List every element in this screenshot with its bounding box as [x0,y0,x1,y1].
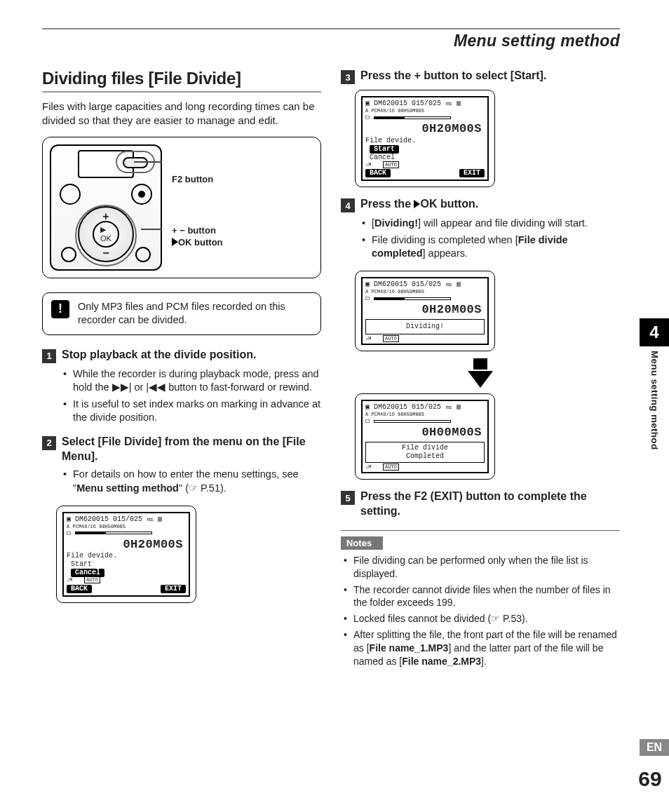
step-4-bullet: [Dividing!] will appear and file dividin… [362,217,620,231]
device-diagram: + ▶OK − F2 button + − button OK button [42,137,321,278]
step-2: 2 Select [File Divide] from the menu on … [42,435,321,464]
f2-button-graphic [123,157,148,168]
step-3: 3 Press the + button to select [Start]. [341,69,620,84]
lcd-screenshot-step3: ▣ DM620015 015/025 ㎳ ▥ A PCM48/16 00H50M… [355,90,495,187]
header-rule [42,28,620,29]
device-illustration: + ▶OK − [50,144,162,271]
warning-box: ! Only MP3 files and PCM files recorded … [42,292,321,335]
notes-heading: Notes [341,536,383,550]
label-plus-minus: + − button [172,225,223,237]
note-item: File dividing can be performed only when… [342,554,620,581]
step-1: 1 Stop playback at the divide position. [42,348,321,363]
arrow-down-icon [468,371,493,388]
divider [341,530,620,531]
chapter-number: 4 [640,318,669,346]
lcd-screenshot-dividing: ▣ DM620015 015/025 ㎳ ▥ A PCM48/16 00H50M… [355,271,495,351]
warning-text: Only MP3 files and PCM files recorded on… [78,300,312,327]
lcd-screenshot-step2: ▣ DM620015 015/025 ㎳ ▥ A PCM48/16 00H50M… [56,506,196,603]
step-2-title: Select [File Divide] from the menu on th… [62,435,321,464]
note-item: After splitting the file, the front part… [342,628,620,668]
note-item: The recorder cannot divide files when th… [342,583,620,610]
intro-text: Files with large capacities and long rec… [42,100,321,128]
step-badge: 4 [341,198,355,212]
label-ok: OK button [172,237,223,249]
step-1-bullet: It is useful to set index marks on marki… [63,398,321,425]
step-4: 4 Press the OK button. [341,197,620,212]
step-3-title: Press the + button to select [Start]. [360,69,546,84]
step-badge: 2 [42,436,56,450]
chapter-tab: 4 Menu setting method [640,318,669,452]
step-badge: 1 [42,349,56,363]
section-heading: Dividing files [File Divide] [42,69,321,93]
chapter-label: Menu setting method [649,351,660,449]
step-5-title: Press the F2 (EXIT) button to complete t… [360,489,620,519]
arrow-down-icon [473,358,487,370]
warning-icon: ! [51,300,69,318]
lcd-screenshot-completed: ▣ DM620015 015/025 ㎳ ▥ A PCM48/16 00H50M… [355,393,495,480]
step-4-bullet: File dividing is completed when [File di… [362,234,620,261]
step-badge: 3 [341,70,355,84]
dpad-graphic: + ▶OK − [78,206,134,262]
step-1-bullet: While the recorder is during playback mo… [63,367,321,395]
language-badge: EN [640,739,669,756]
note-item: Locked files cannot be divided (☞ P.53). [342,612,620,625]
step-4-title: Press the OK button. [360,197,478,212]
page-header-title: Menu setting method [42,32,620,55]
step-5: 5 Press the F2 (EXIT) button to complete… [341,489,620,519]
page-number: 69 [631,767,669,791]
step-badge: 5 [341,491,355,505]
step-1-title: Stop playback at the divide position. [62,348,256,363]
step-2-bullet: For details on how to enter the menu set… [63,468,321,495]
label-f2: F2 button [172,174,223,186]
